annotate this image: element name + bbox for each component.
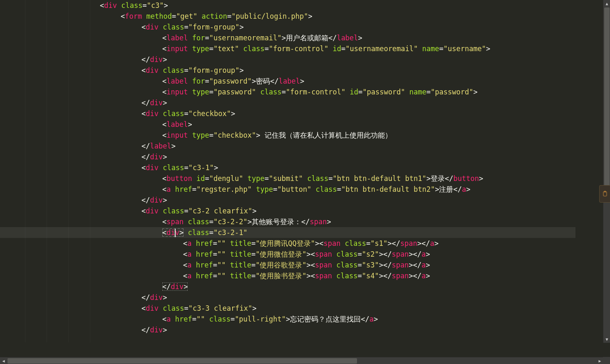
code-line[interactable]: <form method="get" action="public/login.… xyxy=(0,11,575,22)
code-line[interactable]: <label> xyxy=(0,119,575,130)
scroll-up-icon[interactable]: ▲ xyxy=(603,0,610,7)
side-tool-button[interactable] xyxy=(599,185,610,203)
code-line[interactable]: <button id="denglu" type="submit" class=… xyxy=(0,173,575,184)
code-editor[interactable]: <div class="c3"><form method="get" actio… xyxy=(0,0,575,342)
vertical-scrollbar[interactable]: ▲ ▼ xyxy=(603,0,610,343)
code-line[interactable]: </div> xyxy=(0,195,575,206)
code-line[interactable]: <a href="" title="使用腾讯QQ登录"><span class=… xyxy=(0,238,575,249)
code-line[interactable]: </div> xyxy=(0,292,575,303)
code-line[interactable]: <input type="password" class="form-contr… xyxy=(0,87,575,97)
code-line[interactable]: </div> xyxy=(0,151,575,162)
code-line[interactable]: </div> xyxy=(0,54,575,65)
code-line[interactable]: <label for="password">密码</label> xyxy=(0,76,575,87)
scroll-right-icon[interactable]: ▶ xyxy=(596,357,603,364)
code-line[interactable]: <div> class="c3-2-1" xyxy=(0,227,575,238)
code-line[interactable]: <a href="" class="pull-right">忘记密码？点这里找回… xyxy=(0,314,575,324)
horizontal-scroll-thumb[interactable] xyxy=(7,358,357,364)
code-line[interactable]: <div class="checkbox"> xyxy=(0,108,575,119)
matched-tag-close: </div> xyxy=(162,282,188,291)
code-line[interactable]: </label> xyxy=(0,141,575,151)
code-line[interactable]: <label for="usernameoremail">用户名或邮箱</lab… xyxy=(0,32,575,43)
scroll-down-icon[interactable]: ▼ xyxy=(603,336,610,343)
clipboard-icon xyxy=(602,191,608,197)
horizontal-scrollbar[interactable]: ◀ ▶ xyxy=(0,357,603,364)
scroll-left-icon[interactable]: ◀ xyxy=(0,357,7,364)
code-line[interactable]: <input type="checkbox"> 记住我（请在私人计算机上使用此功… xyxy=(0,130,575,141)
scrollbar-corner xyxy=(603,357,610,364)
code-line[interactable]: <a href="" title="使用脸书登录"><span class="s… xyxy=(0,270,575,281)
code-line[interactable]: <a href="" title="使用谷歌登录"><span class="s… xyxy=(0,260,575,270)
code-line[interactable]: <a href="regster.php" type="button" clas… xyxy=(0,184,575,195)
code-line[interactable]: <div class="c3-1"> xyxy=(0,162,575,173)
code-line[interactable]: <div class="c3-3 clearfix"> xyxy=(0,303,575,314)
vertical-scroll-thumb[interactable] xyxy=(604,7,610,186)
code-line[interactable]: </div> xyxy=(0,97,575,108)
code-area[interactable]: <div class="c3"><form method="get" actio… xyxy=(0,0,575,335)
code-line[interactable]: </div> xyxy=(0,281,575,292)
matched-tag-open: <div> xyxy=(162,228,183,237)
code-line[interactable]: <span class="c3-2-2">其他账号登录：</span> xyxy=(0,216,575,227)
code-line[interactable]: <div class="c3-2 clearfix"> xyxy=(0,206,575,216)
code-line[interactable]: <input type="text" class="form-control" … xyxy=(0,43,575,54)
code-line[interactable]: <a href="" title="使用微信登录"><span class="s… xyxy=(0,249,575,260)
code-line[interactable]: <div class="form-group"> xyxy=(0,65,575,76)
code-line[interactable]: <div class="c3"> xyxy=(0,0,575,11)
code-line[interactable]: </div> xyxy=(0,324,575,335)
code-line[interactable]: <div class="form-group"> xyxy=(0,22,575,32)
